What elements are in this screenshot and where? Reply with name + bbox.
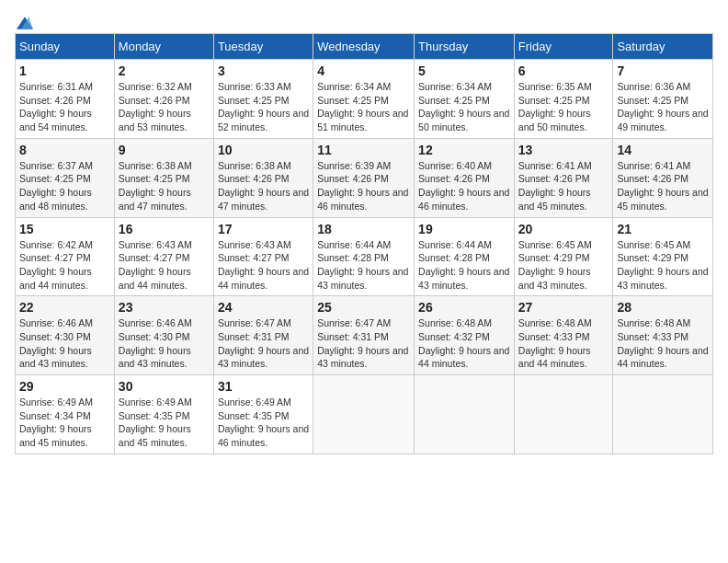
- calendar-cell: 28Sunrise: 6:48 AMSunset: 4:33 PMDayligh…: [613, 296, 713, 375]
- day-number: 3: [218, 63, 309, 78]
- day-number: 22: [19, 300, 110, 315]
- day-info: Sunrise: 6:43 AMSunset: 4:27 PMDaylight:…: [218, 238, 309, 293]
- calendar-cell: 27Sunrise: 6:48 AMSunset: 4:33 PMDayligh…: [514, 296, 613, 375]
- logo-icon: [17, 15, 33, 31]
- day-number: 5: [418, 63, 510, 78]
- calendar-cell: 15Sunrise: 6:42 AMSunset: 4:27 PMDayligh…: [16, 217, 115, 296]
- calendar-week-row: 1Sunrise: 6:31 AMSunset: 4:26 PMDaylight…: [16, 60, 713, 139]
- calendar-header-row: SundayMondayTuesdayWednesdayThursdayFrid…: [16, 34, 713, 60]
- calendar-cell: 31Sunrise: 6:49 AMSunset: 4:35 PMDayligh…: [213, 375, 313, 454]
- calendar-week-row: 29Sunrise: 6:49 AMSunset: 4:34 PMDayligh…: [16, 375, 713, 454]
- calendar-week-row: 22Sunrise: 6:46 AMSunset: 4:30 PMDayligh…: [16, 296, 713, 375]
- day-info: Sunrise: 6:34 AMSunset: 4:25 PMDaylight:…: [418, 80, 510, 134]
- day-number: 15: [19, 222, 110, 236]
- calendar-cell: 6Sunrise: 6:35 AMSunset: 4:25 PMDaylight…: [514, 60, 613, 139]
- day-of-week-header: Thursday: [415, 34, 515, 60]
- calendar-cell: 11Sunrise: 6:39 AMSunset: 4:26 PMDayligh…: [313, 138, 415, 217]
- calendar-cell: 23Sunrise: 6:46 AMSunset: 4:30 PMDayligh…: [114, 296, 213, 375]
- calendar-cell: 13Sunrise: 6:41 AMSunset: 4:26 PMDayligh…: [514, 138, 613, 217]
- day-info: Sunrise: 6:48 AMSunset: 4:33 PMDaylight:…: [518, 316, 609, 371]
- day-of-week-header: Saturday: [613, 34, 713, 60]
- day-number: 1: [19, 63, 110, 78]
- day-of-week-header: Tuesday: [213, 34, 313, 60]
- calendar-week-row: 15Sunrise: 6:42 AMSunset: 4:27 PMDayligh…: [16, 217, 713, 296]
- calendar-cell: 3Sunrise: 6:33 AMSunset: 4:25 PMDaylight…: [213, 60, 313, 139]
- calendar-cell: 4Sunrise: 6:34 AMSunset: 4:25 PMDaylight…: [313, 60, 415, 139]
- day-info: Sunrise: 6:35 AMSunset: 4:25 PMDaylight:…: [518, 80, 609, 134]
- calendar-cell: 29Sunrise: 6:49 AMSunset: 4:34 PMDayligh…: [16, 375, 115, 454]
- calendar-cell: 16Sunrise: 6:43 AMSunset: 4:27 PMDayligh…: [114, 217, 213, 296]
- calendar-cell: 17Sunrise: 6:43 AMSunset: 4:27 PMDayligh…: [213, 217, 313, 296]
- day-info: Sunrise: 6:45 AMSunset: 4:29 PMDaylight:…: [518, 238, 609, 293]
- day-number: 23: [119, 300, 210, 315]
- day-info: Sunrise: 6:39 AMSunset: 4:26 PMDaylight:…: [317, 159, 410, 213]
- day-info: Sunrise: 6:43 AMSunset: 4:27 PMDaylight:…: [119, 238, 210, 293]
- logo: [15, 15, 33, 26]
- calendar-cell: 19Sunrise: 6:44 AMSunset: 4:28 PMDayligh…: [415, 217, 515, 296]
- day-number: 19: [418, 222, 510, 236]
- day-number: 8: [19, 143, 110, 157]
- day-number: 27: [518, 300, 609, 315]
- calendar-cell: 25Sunrise: 6:47 AMSunset: 4:31 PMDayligh…: [313, 296, 415, 375]
- calendar-cell: 5Sunrise: 6:34 AMSunset: 4:25 PMDaylight…: [415, 60, 515, 139]
- calendar-cell: 18Sunrise: 6:44 AMSunset: 4:28 PMDayligh…: [313, 217, 415, 296]
- day-info: Sunrise: 6:37 AMSunset: 4:25 PMDaylight:…: [19, 159, 110, 213]
- day-number: 28: [617, 300, 709, 315]
- day-number: 30: [119, 379, 210, 394]
- day-info: Sunrise: 6:41 AMSunset: 4:26 PMDaylight:…: [518, 159, 609, 213]
- page-header: [15, 15, 713, 26]
- calendar-cell: [313, 375, 415, 454]
- calendar-cell: 14Sunrise: 6:41 AMSunset: 4:26 PMDayligh…: [613, 138, 713, 217]
- calendar-table: SundayMondayTuesdayWednesdayThursdayFrid…: [15, 33, 713, 454]
- day-number: 11: [317, 143, 410, 157]
- day-of-week-header: Monday: [114, 34, 213, 60]
- day-number: 26: [418, 300, 510, 315]
- day-info: Sunrise: 6:36 AMSunset: 4:25 PMDaylight:…: [617, 80, 709, 134]
- day-info: Sunrise: 6:40 AMSunset: 4:26 PMDaylight:…: [418, 159, 510, 213]
- calendar-cell: 12Sunrise: 6:40 AMSunset: 4:26 PMDayligh…: [415, 138, 515, 217]
- day-info: Sunrise: 6:49 AMSunset: 4:34 PMDaylight:…: [19, 396, 110, 450]
- day-info: Sunrise: 6:47 AMSunset: 4:31 PMDaylight:…: [317, 316, 410, 371]
- day-info: Sunrise: 6:31 AMSunset: 4:26 PMDaylight:…: [19, 80, 110, 134]
- calendar-cell: 24Sunrise: 6:47 AMSunset: 4:31 PMDayligh…: [213, 296, 313, 375]
- day-info: Sunrise: 6:38 AMSunset: 4:25 PMDaylight:…: [119, 159, 210, 213]
- day-number: 14: [617, 143, 709, 157]
- day-of-week-header: Friday: [514, 34, 613, 60]
- day-of-week-header: Sunday: [16, 34, 115, 60]
- calendar-cell: [415, 375, 515, 454]
- day-number: 7: [617, 63, 709, 78]
- day-number: 25: [317, 300, 410, 315]
- day-number: 13: [518, 143, 609, 157]
- day-info: Sunrise: 6:41 AMSunset: 4:26 PMDaylight:…: [617, 159, 709, 213]
- day-number: 24: [218, 300, 309, 315]
- day-info: Sunrise: 6:46 AMSunset: 4:30 PMDaylight:…: [119, 316, 210, 371]
- day-number: 16: [119, 222, 210, 236]
- calendar-cell: 1Sunrise: 6:31 AMSunset: 4:26 PMDaylight…: [16, 60, 115, 139]
- calendar-cell: 22Sunrise: 6:46 AMSunset: 4:30 PMDayligh…: [16, 296, 115, 375]
- day-number: 12: [418, 143, 510, 157]
- day-info: Sunrise: 6:48 AMSunset: 4:32 PMDaylight:…: [418, 316, 510, 371]
- calendar-cell: 20Sunrise: 6:45 AMSunset: 4:29 PMDayligh…: [514, 217, 613, 296]
- day-info: Sunrise: 6:33 AMSunset: 4:25 PMDaylight:…: [218, 80, 309, 134]
- calendar-cell: 8Sunrise: 6:37 AMSunset: 4:25 PMDaylight…: [16, 138, 115, 217]
- day-number: 18: [317, 222, 410, 236]
- calendar-cell: 26Sunrise: 6:48 AMSunset: 4:32 PMDayligh…: [415, 296, 515, 375]
- day-info: Sunrise: 6:32 AMSunset: 4:26 PMDaylight:…: [119, 80, 210, 134]
- calendar-cell: [613, 375, 713, 454]
- day-info: Sunrise: 6:46 AMSunset: 4:30 PMDaylight:…: [19, 316, 110, 371]
- calendar-cell: 30Sunrise: 6:49 AMSunset: 4:35 PMDayligh…: [114, 375, 213, 454]
- day-number: 10: [218, 143, 309, 157]
- day-info: Sunrise: 6:49 AMSunset: 4:35 PMDaylight:…: [119, 396, 210, 450]
- day-number: 9: [119, 143, 210, 157]
- calendar-week-row: 8Sunrise: 6:37 AMSunset: 4:25 PMDaylight…: [16, 138, 713, 217]
- day-number: 21: [617, 222, 709, 236]
- day-number: 4: [317, 63, 410, 78]
- day-number: 29: [19, 379, 110, 394]
- day-info: Sunrise: 6:45 AMSunset: 4:29 PMDaylight:…: [617, 238, 709, 293]
- day-number: 2: [119, 63, 210, 78]
- calendar-cell: 2Sunrise: 6:32 AMSunset: 4:26 PMDaylight…: [114, 60, 213, 139]
- calendar-cell: 9Sunrise: 6:38 AMSunset: 4:25 PMDaylight…: [114, 138, 213, 217]
- day-number: 17: [218, 222, 309, 236]
- day-info: Sunrise: 6:48 AMSunset: 4:33 PMDaylight:…: [617, 316, 709, 371]
- day-info: Sunrise: 6:44 AMSunset: 4:28 PMDaylight:…: [317, 238, 410, 293]
